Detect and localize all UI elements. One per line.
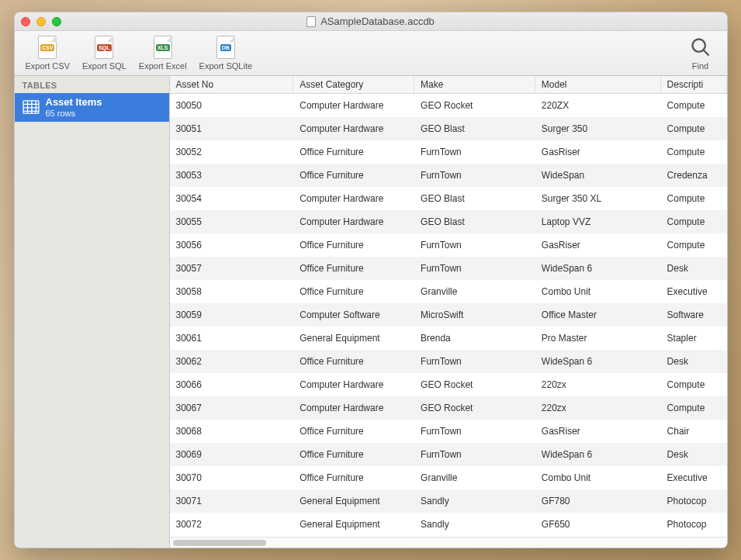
table-cell: Granville bbox=[414, 286, 535, 297]
table-cell: 30055 bbox=[170, 216, 294, 227]
document-icon bbox=[306, 16, 316, 27]
export-sql-button[interactable]: SQL Export SQL bbox=[78, 33, 131, 72]
table-row[interactable]: 30068Office FurnitureFurnTownGasRiserCha… bbox=[170, 420, 727, 443]
table-cell: Computer Hardware bbox=[293, 379, 414, 390]
table-cell: Surger 350 XL bbox=[535, 193, 661, 204]
table-row[interactable]: 30066Computer HardwareGEO Rocket220zxCom… bbox=[170, 373, 727, 396]
toolbar-label: Export SQL bbox=[82, 61, 126, 71]
toolbar-label: Export CSV bbox=[26, 61, 70, 71]
column-header[interactable]: Asset No bbox=[170, 76, 294, 93]
table-row[interactable]: 30052Office FurnitureFurnTownGasRiserCom… bbox=[170, 140, 727, 164]
table-cell: GEO Rocket bbox=[414, 100, 535, 111]
table-row[interactable]: 30057Office FurnitureFurnTownWideSpan 6D… bbox=[170, 257, 727, 280]
titlebar: ASampleDatabase.accdb bbox=[15, 12, 727, 31]
export-sqlite-button[interactable]: DB Export SQLite bbox=[195, 33, 257, 72]
search-icon bbox=[688, 35, 713, 60]
table-row[interactable]: 30070Office FurnitureGranvilleCombo Unit… bbox=[170, 466, 727, 489]
table-cell: GasRiser bbox=[535, 426, 661, 437]
window-title-text: ASampleDatabase.accdb bbox=[320, 16, 435, 27]
svg-point-0 bbox=[692, 40, 705, 52]
table-cell: General Equipment bbox=[293, 496, 414, 506]
table-cell: FurnTown bbox=[414, 263, 535, 274]
table-cell: Office Furniture bbox=[293, 147, 414, 157]
table-cell: Executive bbox=[661, 286, 727, 297]
grid-body[interactable]: 30050Computer HardwareGEO Rocket220ZXCom… bbox=[170, 94, 727, 537]
sql-file-icon: SQL bbox=[92, 35, 116, 60]
table-cell: Computer Hardware bbox=[293, 216, 414, 227]
column-header[interactable]: Make bbox=[414, 76, 535, 93]
sidebar-item-asset-items[interactable]: Asset Items 65 rows bbox=[15, 93, 169, 122]
table-row[interactable]: 30051Computer HardwareGEO BlastSurger 35… bbox=[170, 117, 727, 140]
table-row[interactable]: 30062Office FurnitureFurnTownWideSpan 6D… bbox=[170, 350, 727, 373]
table-cell: 30051 bbox=[170, 123, 294, 134]
table-cell: Executive bbox=[661, 472, 727, 483]
table-cell: GasRiser bbox=[535, 147, 661, 157]
csv-file-icon: CSV bbox=[35, 35, 60, 60]
table-cell: General Equipment bbox=[293, 519, 414, 530]
table-row[interactable]: 30061General EquipmentBrendaPro MasterSt… bbox=[170, 327, 727, 350]
horizontal-scrollbar-thumb[interactable] bbox=[173, 540, 266, 546]
table-cell: GEO Rocket bbox=[414, 403, 535, 413]
table-row[interactable]: 30059Computer SoftwareMicroSwiftOffice M… bbox=[170, 303, 727, 327]
table-cell: 30052 bbox=[170, 147, 294, 157]
minimize-window-button[interactable] bbox=[36, 17, 46, 26]
table-cell: Office Furniture bbox=[293, 356, 414, 367]
table-row[interactable]: 30055Computer HardwareGEO BlastLaptop VV… bbox=[170, 210, 727, 233]
column-header[interactable]: Descripti bbox=[661, 76, 727, 93]
sidebar-section-header: TABLES bbox=[15, 76, 169, 93]
export-excel-button[interactable]: XLS Export Excel bbox=[134, 33, 192, 72]
column-header[interactable]: Asset Category bbox=[293, 76, 414, 93]
table-cell: Photocop bbox=[661, 519, 727, 530]
table-cell: 220ZX bbox=[535, 100, 661, 111]
close-window-button[interactable] bbox=[21, 17, 30, 26]
table-row[interactable]: 30069Office FurnitureFurnTownWideSpan 6D… bbox=[170, 443, 727, 466]
table-cell: 30061 bbox=[170, 333, 294, 344]
table-cell: 30059 bbox=[170, 309, 294, 320]
table-row[interactable]: 30054Computer HardwareGEO BlastSurger 35… bbox=[170, 187, 727, 210]
table-cell: Office Furniture bbox=[293, 240, 414, 251]
table-cell: FurnTown bbox=[414, 356, 535, 367]
table-cell: Compute bbox=[661, 123, 727, 134]
table-cell: Chair bbox=[661, 426, 727, 437]
table-row[interactable]: 30058Office FurnitureGranvilleCombo Unit… bbox=[170, 280, 727, 303]
find-button[interactable]: Find bbox=[684, 33, 718, 72]
table-cell: WideSpan 6 bbox=[535, 263, 661, 274]
export-csv-button[interactable]: CSV Export CSV bbox=[21, 33, 74, 72]
table-cell: FurnTown bbox=[414, 170, 535, 181]
column-header[interactable]: Model bbox=[535, 76, 661, 93]
table-cell: Computer Hardware bbox=[293, 193, 414, 204]
table-cell: Surger 350 bbox=[535, 123, 661, 134]
xls-file-icon: XLS bbox=[151, 35, 175, 60]
table-row[interactable]: 30056Office FurnitureFurnTownGasRiserCom… bbox=[170, 233, 727, 257]
table-cell: 30062 bbox=[170, 356, 294, 367]
zoom-window-button[interactable] bbox=[52, 17, 61, 26]
table-cell: WideSpan 6 bbox=[535, 449, 661, 460]
table-cell: Sandly bbox=[414, 519, 535, 530]
table-cell: WideSpan 6 bbox=[535, 356, 661, 367]
table-cell: Compute bbox=[661, 193, 727, 204]
table-cell: Software bbox=[661, 309, 727, 320]
table-cell: GasRiser bbox=[535, 240, 661, 251]
table-cell: Compute bbox=[661, 240, 727, 251]
table-cell: FurnTown bbox=[414, 240, 535, 251]
table-cell: Compute bbox=[661, 100, 727, 111]
table-cell: Credenza bbox=[661, 170, 727, 181]
table-cell: Office Furniture bbox=[293, 472, 414, 483]
toolbar-label: Export SQLite bbox=[199, 61, 252, 71]
table-cell: Combo Unit bbox=[535, 286, 661, 297]
svg-line-1 bbox=[703, 50, 708, 56]
table-row[interactable]: 30067Computer HardwareGEO Rocket220zxCom… bbox=[170, 396, 727, 420]
table-row[interactable]: 30053Office FurnitureFurnTownWideSpanCre… bbox=[170, 164, 727, 187]
table-row[interactable]: 30050Computer HardwareGEO Rocket220ZXCom… bbox=[170, 94, 727, 117]
table-row[interactable]: 30072General EquipmentSandlyGF650Photoco… bbox=[170, 513, 727, 536]
table-cell: Office Furniture bbox=[293, 426, 414, 437]
table-cell: GEO Rocket bbox=[414, 379, 535, 390]
db-file-icon: DB bbox=[213, 35, 238, 60]
table-cell: Computer Software bbox=[293, 309, 414, 320]
table-row[interactable]: 30071General EquipmentSandlyGF780Photoco… bbox=[170, 489, 727, 513]
horizontal-scrollbar[interactable] bbox=[170, 537, 727, 548]
table-icon bbox=[23, 100, 40, 114]
sidebar-item-text: Asset Items 65 rows bbox=[46, 96, 102, 119]
table-cell: 30057 bbox=[170, 263, 294, 274]
table-cell: Sandly bbox=[414, 496, 535, 506]
